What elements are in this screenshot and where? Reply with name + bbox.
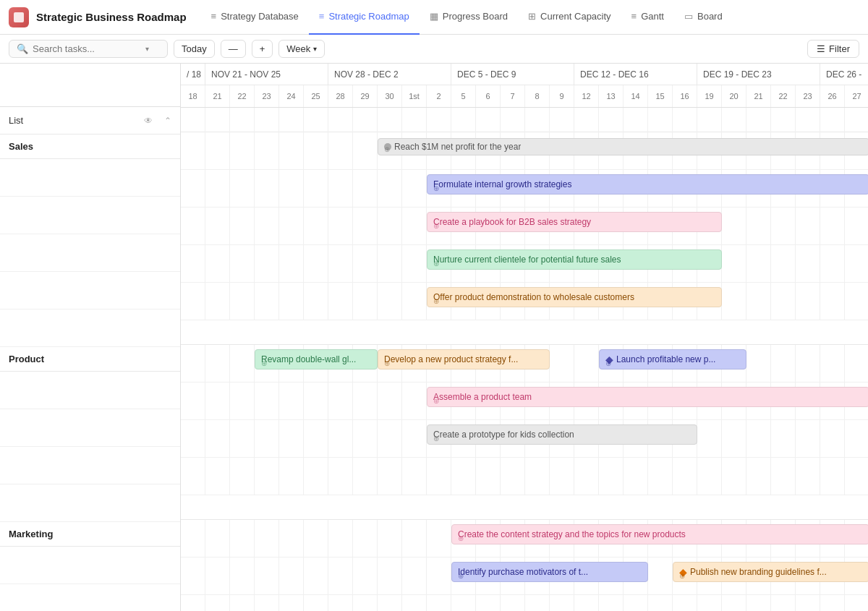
gantt-bar-formulate-growth[interactable]: Formulate internal growth strategies⊕ <box>427 174 868 195</box>
left-section-header-marketing: Marketing <box>0 522 180 547</box>
bar-sub-icon: ⊕ <box>384 145 390 153</box>
day-cell: 29 <box>353 85 378 107</box>
day-cell: 21 <box>205 85 230 107</box>
bar-sub-icon: ⊕ <box>433 222 439 230</box>
gantt-bar-revamp-double[interactable]: Revamp double-wall gl...⊕ <box>255 349 378 369</box>
search-box[interactable]: 🔍 ▾ <box>9 40 168 58</box>
nav-tab-current-capacity[interactable]: ⊞Current Capacity <box>518 0 621 35</box>
bar-sub-icon: ⊕ <box>261 359 267 367</box>
left-header-spacer <box>0 64 180 107</box>
day-cell: 9 <box>550 85 574 107</box>
day-cell: 19 <box>697 85 722 107</box>
gantt-bar-develop-product-strategy[interactable]: Develop a new product strategy f...⊕ <box>378 349 550 369</box>
gantt-task-row-sales-4: Offer product demonstration to wholesale… <box>181 283 868 320</box>
day-cell: 1st <box>402 85 427 107</box>
left-task-row-sales-4 <box>0 309 180 347</box>
gantt-body: Reach $1M net profit for the year⊕Formul… <box>181 108 868 611</box>
left-task-row-sales-2 <box>0 234 180 272</box>
gantt-bar-publish-branding[interactable]: ◆Publish new branding guidelines f...⊕ <box>673 562 868 582</box>
nav-tab-progress-board[interactable]: ▦Progress Board <box>420 0 518 35</box>
list-label: List <box>9 115 23 126</box>
bar-label: Publish new branding guidelines f... <box>690 567 827 577</box>
left-section-header-product: Product <box>0 347 180 372</box>
gantt-task-row-product-0: Revamp double-wall gl...⊕Develop a new p… <box>181 345 868 383</box>
gantt-bar-create-prototype[interactable]: Create a prototype for kids collection⊕ <box>427 424 697 445</box>
bar-sub-icon: ⊕ <box>433 435 439 443</box>
chevron-down-icon: ▾ <box>145 45 149 53</box>
bar-label: Launch profitable new p... <box>616 354 715 364</box>
gantt-task-row-product-3 <box>181 458 868 495</box>
day-cell: 23 <box>796 85 820 107</box>
collapse-icon[interactable]: ⌃ <box>164 116 171 126</box>
bar-label: Create the content strategy and the topi… <box>458 529 686 539</box>
gantt-task-row-product-2: Create a prototype for kids collection⊕ <box>181 420 868 458</box>
tab-icon-board: ▭ <box>684 11 693 22</box>
week-cell: DEC 19 - DEC 23 <box>697 64 820 85</box>
nav-tabs: ≡Strategy Database≡Strategic Roadmap▦Pro… <box>201 0 859 35</box>
bar-sub-icon: ⊕ <box>433 184 439 192</box>
day-cell: 18 <box>181 85 205 107</box>
tab-label-gantt: Gantt <box>641 11 664 22</box>
bar-sub-icon: ⊕ <box>605 359 611 367</box>
week-cell: DEC 26 - <box>820 64 868 85</box>
gantt-bar-offer-demo[interactable]: Offer product demonstration to wholesale… <box>427 287 722 307</box>
tab-label-progress-board: Progress Board <box>443 11 508 22</box>
visibility-icon[interactable]: 👁 <box>144 116 153 126</box>
nav-tab-strategy-database[interactable]: ≡Strategy Database <box>201 0 309 35</box>
day-cell: 27 <box>845 85 868 107</box>
gantt-bar-reach-1m[interactable]: Reach $1M net profit for the year⊕ <box>378 138 868 155</box>
gantt-task-row-sales-2: Create a playbook for B2B sales strategy… <box>181 208 868 245</box>
gantt-bar-nurture-clientele[interactable]: Nurture current clientele for potential … <box>427 249 722 270</box>
gantt-task-row-sales-3: Nurture current clientele for potential … <box>181 245 868 283</box>
bar-label: Offer product demonstration to wholesale… <box>433 292 634 302</box>
gantt-task-row-marketing-2 <box>181 595 868 611</box>
zoom-out-button[interactable]: — <box>221 40 246 58</box>
left-task-row-sales-3 <box>0 272 180 309</box>
bar-label: Assemble a product team <box>433 392 532 402</box>
today-button[interactable]: Today <box>174 40 215 58</box>
search-input[interactable] <box>33 43 141 54</box>
filter-button[interactable]: ☰ Filter <box>807 40 859 58</box>
bar-label: Reach $1M net profit for the year <box>394 142 521 152</box>
gantt-bar-identify-purchase[interactable]: Identify purchase motivators of t...⊕ <box>451 562 648 582</box>
day-cell: 5 <box>451 85 476 107</box>
gantt-section-header-marketing <box>181 495 868 520</box>
app-header: Strategic Business Roadmap ≡Strategy Dat… <box>0 0 868 35</box>
gantt-bar-create-playbook[interactable]: Create a playbook for B2B sales strategy… <box>427 212 722 232</box>
bar-sub-icon: ⊕ <box>433 297 439 305</box>
left-task-row-marketing-1 <box>0 584 180 611</box>
bar-sub-icon: ⊕ <box>384 359 390 367</box>
section-label-marketing: Marketing <box>9 529 53 539</box>
week-headers: / 18NOV 21 - NOV 25NOV 28 - DEC 2DEC 5 -… <box>181 64 868 85</box>
bar-sub-icon: ⊕ <box>458 572 464 580</box>
right-panel[interactable]: / 18NOV 21 - NOV 25NOV 28 - DEC 2DEC 5 -… <box>181 64 868 611</box>
nav-tab-gantt[interactable]: ≡Gantt <box>621 0 674 35</box>
nav-tab-board[interactable]: ▭Board <box>674 0 733 35</box>
left-section-header-sales: Sales <box>0 134 180 159</box>
zoom-in-button[interactable]: + <box>252 40 273 58</box>
left-sections: SalesProductMarketingEnablement <box>0 134 180 611</box>
day-cell: 13 <box>599 85 624 107</box>
gantt-bar-create-content-strategy[interactable]: Create the content strategy and the topi… <box>451 524 868 544</box>
week-cell: / 18 <box>181 64 205 85</box>
day-cell: 20 <box>722 85 746 107</box>
tab-label-current-capacity: Current Capacity <box>540 11 611 22</box>
bar-sub-icon: ⊕ <box>458 534 464 542</box>
tab-icon-gantt: ≡ <box>631 11 637 22</box>
bar-label: Formulate internal growth strategies <box>433 179 571 189</box>
left-task-row-sales-0 <box>0 159 180 197</box>
day-cell: 14 <box>624 85 648 107</box>
day-cell: 15 <box>648 85 673 107</box>
left-task-row-product-3 <box>0 484 180 522</box>
week-button[interactable]: Week ▾ <box>278 40 325 58</box>
gantt-bar-assemble-team[interactable]: Assemble a product team⊕ <box>427 387 868 407</box>
gantt-bar-launch-profitable[interactable]: ◆Launch profitable new p...⊕ <box>599 349 746 369</box>
gantt-task-row-marketing-1: Identify purchase motivators of t...⊕◆Pu… <box>181 557 868 595</box>
left-task-row-marketing-0 <box>0 547 180 584</box>
bar-label: Develop a new product strategy f... <box>384 354 518 364</box>
week-cell: NOV 28 - DEC 2 <box>328 64 451 85</box>
bar-label: Create a playbook for B2B sales strategy <box>433 217 591 227</box>
gantt-task-row-sales-1: Formulate internal growth strategies⊕ <box>181 170 868 208</box>
nav-tab-strategic-roadmap[interactable]: ≡Strategic Roadmap <box>309 0 420 35</box>
week-cell: NOV 21 - NOV 25 <box>205 64 328 85</box>
